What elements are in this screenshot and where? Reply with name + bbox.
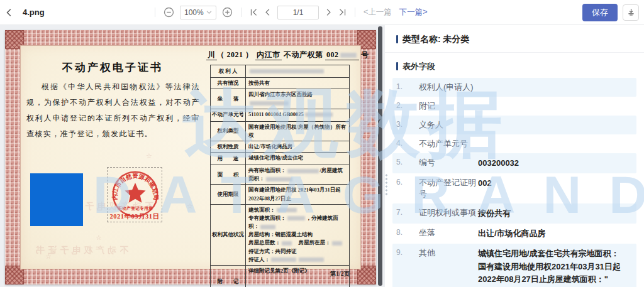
certificate-paper: 不动产权电子证书 不动产权电子证书 不动产权电子证书 根据《中华人民共和国物权法… [20, 45, 361, 269]
section-bar [396, 62, 398, 70]
field-number: 6. [396, 177, 419, 187]
next-page-icon[interactable] [325, 8, 333, 16]
cert-row-label: 不动产单元号 [211, 109, 246, 121]
main-area: 不动产权电子证书 不动产权电子证书 不动产权电子证书 根据《中华人民共和国物权法… [0, 25, 644, 287]
save-button[interactable]: 保存 [582, 4, 618, 21]
field-label: 不动产单元号 [419, 138, 478, 149]
toolbar-divider [155, 8, 155, 17]
cert-cell-text: 四川省内江市东兴区西胜路 [248, 91, 313, 97]
field-value: 城镇住宅用地/成套住宅共有宗地面积：国有建设用地使用权2021年03月31日起2… [478, 247, 633, 285]
seal-label-text: 不动产登记专用章 [117, 205, 153, 211]
field-row[interactable]: 6. 不动产登记证明号 002 [392, 173, 636, 203]
cert-row-value: 出让/市场化商品房 [246, 141, 349, 152]
back-icon[interactable] [5, 8, 14, 17]
first-page-icon[interactable] [250, 8, 258, 16]
zoom-out-icon[interactable] [164, 7, 174, 18]
certificate-intro: 根据《中华人民共和国物权法》等法律法规，为保护不动产权利人合法权益，对不动产权利… [26, 79, 200, 142]
field-number: 2. [396, 100, 419, 110]
download-button[interactable] [623, 4, 639, 21]
prev-page-icon[interactable] [264, 8, 272, 16]
cert-row-value: 四川省内江市东兴区西胜路 [246, 89, 349, 108]
table-row: 共有情况 按份共有 [210, 78, 350, 89]
cert-cell-text: 房屋结构：钢筋混凝土结构 [248, 231, 313, 237]
page-controls [250, 6, 347, 19]
cert-row-value: 国有建设用地使用权 2021年03月31日起2022年08月27日止 [246, 185, 349, 203]
cert-row-label: 权利性质 [211, 141, 246, 152]
section-bar [396, 35, 398, 43]
field-number: 4. [396, 138, 419, 148]
field-row[interactable]: 7. 证明权利或事项 按份共有 [392, 203, 636, 224]
panel-resize-handle[interactable] [385, 173, 388, 196]
cert-cell-text: 出让/市场化商品房 [248, 143, 292, 149]
prev-doc-link[interactable]: <上一篇 [364, 7, 392, 18]
zoom-level-select[interactable]: 100% [180, 6, 216, 19]
cert-row-label: 权 利 人 [211, 65, 246, 77]
file-name: 4.png [23, 8, 45, 17]
cert-cell-text: 持证人： [248, 256, 270, 263]
field-value: 002 [478, 177, 633, 190]
document-viewer[interactable]: 不动产权电子证书 不动产权电子证书 不动产权电子证书 根据《中华人民共和国物权法… [0, 25, 385, 287]
field-label: 不动产登记证明号 [419, 177, 478, 200]
field-label: 其他 [419, 247, 478, 259]
field-value: 按份共有 [478, 207, 633, 220]
table-row: 用 途 城镇住宅用地/成套住宅 [210, 153, 350, 165]
redaction-blur [287, 169, 319, 173]
cert-cell-text: 511011 001004 GB00025 [248, 111, 304, 117]
cert-row-value: 建筑面积：专有建筑面积：，分摊建筑面积：房屋结构：钢筋混凝土结构房屋总层数： 房… [246, 205, 349, 265]
page-number-label: 第1/2页 [316, 270, 350, 278]
field-label: 权利人(申请人) [419, 82, 478, 93]
field-row[interactable]: 2. 附记 [392, 97, 636, 116]
cert-cell-text: 房屋所在层： [293, 239, 331, 246]
zoom-controls: 100% [164, 6, 233, 19]
certificate-table: 权 利 人 共有情况 按份共有 坐 落 四川省内江市东兴区西胜路 不动产单元号 … [210, 65, 350, 287]
cert-row-value: 城镇住宅用地/成套住宅 [246, 153, 349, 165]
type-name-label: 类型名称: 未分类 [402, 34, 470, 44]
cert-row-label: 使用期限 [211, 185, 246, 203]
redaction-blur [250, 69, 324, 73]
page-indicator-input[interactable] [277, 6, 319, 19]
field-number: 7. [396, 207, 419, 217]
cert-row-label: 坐 落 [211, 89, 246, 108]
field-value: 出让/市场化商品房 [478, 227, 633, 240]
certificate-title: 不动产权电子证书 [25, 60, 200, 75]
certificate-number-line: 川（ 2021 ） 内江市 不动产权第 002 号 [206, 50, 356, 60]
field-row[interactable]: 1. 权利人(申请人) [392, 78, 636, 97]
table-row: 坐 落 四川省内江市东兴区西胜路 [210, 89, 350, 109]
cert-row-label: 权利其他状况 [211, 205, 246, 265]
cert-row-value: 按份共有 [246, 78, 349, 89]
field-number: 1. [396, 82, 419, 91]
field-row[interactable]: 8. 坐落 出让/市场化商品房 [392, 224, 636, 244]
field-row[interactable]: 4. 不动产单元号 [392, 134, 636, 153]
fields-section-title: 表外字段 [402, 62, 435, 71]
field-row[interactable]: 5. 编号 003200032 [392, 153, 636, 173]
fields-section-header: 表外字段 [385, 53, 644, 78]
zoom-level-value: 100% [184, 8, 204, 17]
fields-panel: 类型名称: 未分类 表外字段 1. 权利人(申请人) 2. 附记 3. 义务人 … [385, 25, 644, 287]
cert-cell-text: 详细附记见第2页《附记》 [248, 268, 310, 274]
cert-row-label: 共有情况 [211, 78, 246, 89]
redaction-blur [277, 208, 297, 212]
cert-row-value: 共有宗地面积：/房屋建筑面积： [246, 165, 349, 184]
toolbar: 4.png 100% <上一篇 下一篇> [0, 0, 644, 25]
ghost-text: 不动产权电子证书 [33, 245, 128, 256]
field-label: 编号 [419, 157, 478, 168]
next-doc-link[interactable]: 下一篇> [399, 7, 428, 18]
cert-cell-text: 房屋总层数： [248, 239, 280, 246]
seal-date: 2021年03月31日 [108, 212, 162, 221]
field-row[interactable]: 9. 其他 城镇住宅用地/成套住宅共有宗地面积：国有建设用地使用权2021年03… [392, 244, 636, 287]
cert-cell-text: 国有建设用地使用权 2021年03月31日起2022年08月27日止 [248, 187, 341, 201]
field-number: 9. [396, 247, 419, 257]
zoom-in-icon[interactable] [222, 7, 233, 18]
redaction-blur [299, 257, 324, 262]
table-row: 权 利 人 [210, 65, 350, 78]
cert-cell-text: 城镇住宅用地/成套住宅 [248, 154, 303, 161]
last-page-icon[interactable] [338, 8, 347, 16]
cert-cell-text: 按份共有 [248, 80, 270, 86]
field-number: 5. [396, 157, 419, 166]
vertical-scrollbar[interactable] [378, 26, 382, 286]
field-row[interactable]: 3. 义务人 [392, 116, 636, 134]
table-row: 面 积 共有宗地面积：/房屋建筑面积： [210, 165, 350, 185]
field-label: 证明权利或事项 [419, 207, 478, 219]
field-label: 坐落 [419, 227, 478, 239]
table-row: 权利性质 出让/市场化商品房 [210, 141, 350, 153]
